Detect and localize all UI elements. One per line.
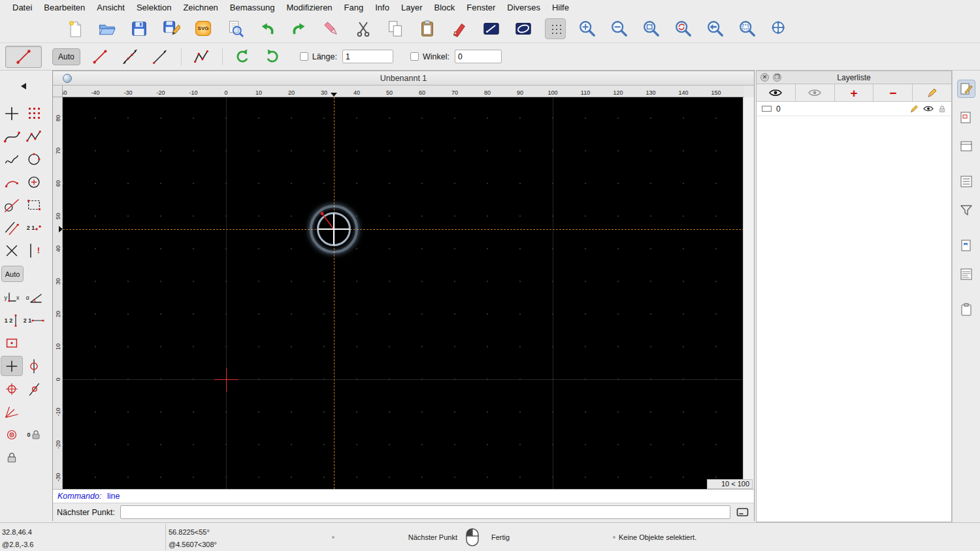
save-as-button[interactable] [161,18,182,39]
spline-tool-button[interactable] [1,126,23,146]
snap-angle-button[interactable] [1,401,23,422]
zoom-window-button[interactable] [737,18,758,39]
polyline-tool-button[interactable] [23,126,45,146]
point-grid-tool-button[interactable] [23,103,45,123]
command-options-button[interactable] [736,507,750,518]
hide-all-layers-button[interactable] [796,84,835,101]
line-two-points-button[interactable] [90,47,110,67]
redo-button[interactable] [289,18,310,39]
add-layer-button[interactable]: + [835,84,874,101]
menu-item[interactable]: Ansicht [91,3,131,12]
sidebar-auto-button[interactable]: Auto [1,266,24,282]
attributes-button[interactable] [481,18,502,39]
command-input[interactable] [120,505,730,519]
length-checkbox[interactable] [300,52,308,61]
angle-tool-button[interactable]: α [23,287,45,307]
svg-export-button[interactable]: SVG [193,18,214,39]
menu-item[interactable]: Datei [7,3,38,12]
edit-layer-button[interactable] [913,84,951,101]
layer-construction-toggle[interactable] [762,106,772,112]
dock-clipboard-button[interactable] [957,300,975,319]
layer-visibility-button[interactable] [923,105,934,112]
zoom-in-button[interactable] [577,18,598,39]
rect-select-tool-button[interactable] [23,195,45,215]
dock-block-list-button[interactable] [957,108,975,127]
vertical-scrollbar[interactable] [743,97,754,489]
undo-button[interactable] [257,18,278,39]
snap-endpoint-button[interactable] [1,379,23,399]
window-titlebar[interactable]: Unbenannt 1 [53,71,754,86]
angle-input[interactable] [455,50,502,63]
arc-tool-button[interactable] [1,172,23,192]
menu-item[interactable]: Block [428,3,461,12]
snap-center-button[interactable] [1,424,23,445]
dock-window-button[interactable] [957,137,975,155]
menu-item[interactable]: Modifizieren [281,3,338,12]
menu-item[interactable]: Layer [395,3,429,12]
dim-vertical-tool-button[interactable]: 1 2 [1,310,23,330]
new-file-button[interactable] [65,18,86,39]
length-input[interactable] [342,50,393,63]
show-all-layers-button[interactable] [757,84,796,101]
dock-layer-list-button[interactable] [957,80,975,98]
menu-item[interactable]: Hilfe [546,3,575,12]
menu-item[interactable]: Diverses [501,3,546,12]
set-relative-zero-button[interactable] [1,447,23,467]
zoom-pan-button[interactable] [769,18,790,39]
line-angle-button[interactable] [120,47,140,67]
pen-button[interactable] [449,18,470,39]
menu-item[interactable]: Bearbeiten [38,3,91,12]
layer-edit-button[interactable] [910,104,919,113]
dock-command-button[interactable] [957,265,975,283]
snap-entity-button[interactable] [23,379,45,399]
menu-item[interactable]: Zeichnen [177,3,223,12]
snap-auto-dropdown[interactable]: Auto [52,48,80,65]
layer-lock-button[interactable] [938,105,946,113]
menu-item[interactable]: Fang [338,3,370,12]
undo-segment-button[interactable] [232,47,253,67]
order-tool-button[interactable]: 2 1 [23,217,45,238]
paste-button[interactable] [417,18,438,39]
tangent-tool-button[interactable] [1,195,23,215]
zoom-auto-button[interactable] [641,18,662,39]
polyline-option-button[interactable] [191,47,212,67]
zoom-out-button[interactable] [609,18,630,39]
open-file-button[interactable] [97,18,118,39]
redo-segment-button[interactable] [262,47,283,67]
lock-relative-zero-button[interactable]: 0 [23,424,45,445]
zoom-redraw-button[interactable] [673,18,694,39]
region-tool-button[interactable] [1,333,23,353]
dock-library-button[interactable] [957,236,975,255]
dock-filter-button[interactable] [957,201,975,219]
grid-toggle-button[interactable] [545,18,566,39]
freehand-tool-button[interactable] [1,149,23,169]
circle-tool-button[interactable] [23,149,45,169]
snap-grid-button[interactable] [23,356,45,376]
cross-tool-button[interactable] [1,240,23,260]
save-button[interactable] [129,18,150,39]
menu-item[interactable]: Info [369,3,395,12]
delete-button[interactable] [321,18,342,39]
drawing-canvas[interactable] [63,97,744,489]
divide-tool-button[interactable]: ! [23,240,45,260]
cut-button[interactable] [353,18,374,39]
angle-checkbox[interactable] [410,52,419,61]
copy-button[interactable] [385,18,406,39]
print-preview-button[interactable] [225,18,246,39]
snap-free-button[interactable] [1,356,23,376]
back-button[interactable] [2,78,45,94]
line-ray-button[interactable] [150,47,171,67]
menu-item[interactable]: Fenster [461,3,501,12]
menu-item[interactable]: Bemassung [224,3,281,12]
draft-mode-button[interactable] [513,18,534,39]
dock-entity-list-button[interactable] [957,172,975,191]
ortho-xy-tool-button[interactable]: y x [1,287,23,307]
dim-horizontal-tool-button[interactable]: 2 1 [23,310,45,330]
remove-layer-button[interactable]: − [874,84,913,101]
layer-row[interactable]: 0 [757,102,951,116]
menu-item[interactable]: Selektion [131,3,177,12]
parallel-tool-button[interactable] [1,217,23,238]
circle-center-tool-button[interactable] [23,172,45,192]
zoom-previous-button[interactable] [705,18,726,39]
point-tool-button[interactable] [1,103,23,123]
